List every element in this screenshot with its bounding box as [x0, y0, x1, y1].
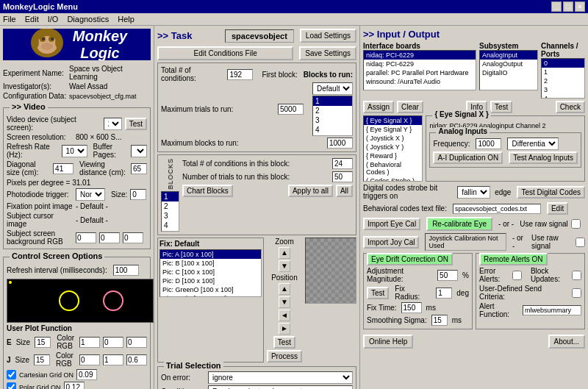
- sig-codes-strobe[interactable]: ( Codes Strobe ): [364, 176, 422, 182]
- block-detail-3[interactable]: 3: [162, 211, 179, 221]
- ch-0[interactable]: 0: [542, 59, 584, 68]
- block-detail-5[interactable]: 5: [162, 230, 179, 232]
- edit-conditions-btn[interactable]: Edit Conditions File: [157, 46, 293, 60]
- menu-help[interactable]: Help: [118, 15, 135, 24]
- sig-behavioral[interactable]: ( Behavioral Codes ): [364, 160, 422, 176]
- pos-right-btn[interactable]: ►: [279, 323, 290, 335]
- board-1[interactable]: nidaq: PCI-6229: [364, 60, 476, 68]
- sub-3[interactable]: [480, 77, 537, 79]
- subsystem-list[interactable]: AnalogInput AnalogOutput DigitalIO: [479, 50, 538, 90]
- total-this-block-input[interactable]: 24: [332, 158, 353, 169]
- menu-edit[interactable]: Edit: [25, 15, 39, 24]
- ch-3[interactable]: 3: [542, 85, 584, 94]
- import-joy-btn[interactable]: Import Joy Cal: [363, 236, 419, 249]
- save-settings-btn[interactable]: Save Settings: [299, 46, 356, 60]
- on-error-select[interactable]: ignore: [208, 371, 353, 384]
- all-btn[interactable]: All: [336, 185, 353, 197]
- cartesian-checkbox[interactable]: [7, 370, 16, 379]
- test-digital-btn[interactable]: Test Digital Codes: [517, 186, 585, 199]
- ch-2[interactable]: 2: [542, 76, 584, 85]
- apply-to-all-btn[interactable]: Apply to all: [288, 185, 333, 197]
- pic-c[interactable]: Pic: C [100 x 100]: [160, 268, 261, 276]
- pos-up-btn[interactable]: ▲: [279, 283, 290, 295]
- test-boards-btn[interactable]: Test: [490, 101, 512, 113]
- buffer-select[interactable]: 2: [131, 145, 147, 157]
- trials-this-block-input[interactable]: 50: [332, 171, 353, 182]
- video-device-select[interactable]: 2: [104, 118, 122, 130]
- use-raw2-checkbox[interactable]: [576, 238, 585, 247]
- diff-select[interactable]: Differential: [507, 138, 559, 150]
- pos-left-btn[interactable]: ◄: [279, 310, 290, 321]
- max-blocks-input[interactable]: 1000: [327, 138, 353, 149]
- diagonal-input[interactable]: 41: [53, 163, 74, 174]
- check-btn[interactable]: Check: [556, 101, 585, 113]
- block-detail-2[interactable]: 2: [162, 201, 179, 211]
- pic-redx[interactable]: Pic: RedX [100 x 100]: [160, 294, 261, 297]
- load-settings-btn[interactable]: Load Settings: [300, 29, 356, 43]
- color-e-b-input[interactable]: 0: [126, 337, 147, 348]
- adj-mag-input[interactable]: 50: [437, 270, 458, 281]
- online-help-btn[interactable]: Online Help: [363, 335, 413, 349]
- process-btn[interactable]: Process: [267, 350, 302, 363]
- chart-blocks-btn[interactable]: Chart Blocks: [182, 185, 233, 197]
- first-block-select[interactable]: Default ▼: [312, 82, 353, 95]
- ch-4[interactable]: 4: [542, 94, 584, 99]
- channels-list[interactable]: 0 1 2 3 4 5 6 7: [541, 58, 585, 99]
- block-detail-4[interactable]: 4: [162, 221, 179, 230]
- polar-val-input[interactable]: 0.12: [64, 382, 85, 389]
- fix-radius-input[interactable]: 1: [436, 288, 452, 299]
- use-raw1-checkbox[interactable]: [571, 219, 581, 229]
- sub-0[interactable]: AnalogInput: [480, 51, 537, 60]
- cart-val-input[interactable]: 0.09: [76, 369, 97, 380]
- clear-btn[interactable]: Clear: [397, 101, 423, 113]
- photodiode-select[interactable]: None: [76, 188, 105, 201]
- blocks-detail-list[interactable]: 1 2 3 4 5: [161, 191, 179, 232]
- pic-d[interactable]: Pic: D [100 x 100]: [160, 276, 261, 285]
- block-detail-1[interactable]: 1: [162, 192, 179, 201]
- pic-a[interactable]: Pic: A [100 x 100]: [160, 250, 261, 259]
- error-alerts-checkbox[interactable]: [512, 271, 522, 280]
- block-item-5[interactable]: 5: [313, 135, 352, 136]
- color-e-g-input[interactable]: 0: [103, 337, 123, 348]
- smoothing-input[interactable]: 15: [431, 315, 448, 326]
- menu-diagnostics[interactable]: Diagnostics: [67, 15, 109, 24]
- bg-r-input[interactable]: 0: [76, 232, 96, 243]
- sig-eye-y[interactable]: { Eye Signal Y }: [364, 125, 422, 134]
- pic-greeno[interactable]: Pic: GreenO [100 x 100]: [160, 285, 261, 294]
- recalibrate-btn[interactable]: Re-calibrate Eye: [426, 217, 492, 231]
- menu-io[interactable]: I/O: [48, 15, 59, 24]
- color-j-g-input[interactable]: 1: [103, 354, 123, 365]
- blocks-run-list[interactable]: 1 2 3 4 5 6 7: [312, 96, 353, 136]
- size-input[interactable]: 0: [130, 189, 146, 200]
- zoom-up-btn[interactable]: ▲: [279, 247, 290, 259]
- sub-2[interactable]: DigitalIO: [480, 68, 537, 77]
- size-j-input[interactable]: 15: [34, 354, 50, 365]
- color-e-r-input[interactable]: 1: [79, 337, 100, 348]
- preview-test-btn[interactable]: Test: [273, 336, 295, 349]
- sig-reward[interactable]: { Reward }: [364, 151, 422, 160]
- test-eye-btn[interactable]: Test: [367, 287, 389, 299]
- remote-alerts-btn[interactable]: Remote Alerts ON: [479, 253, 548, 265]
- block-updates-checkbox[interactable]: [572, 271, 581, 280]
- sig-joy-x[interactable]: ( Joystick X ): [364, 134, 422, 143]
- ai-dup-btn[interactable]: A-I Duplication ON: [433, 151, 503, 164]
- behavioral-file-input[interactable]: spacevsobject_codes.txt: [453, 204, 541, 214]
- edit-behavioral-btn[interactable]: Edit: [547, 202, 568, 215]
- test-analog-btn[interactable]: Test Analog Inputs: [509, 151, 578, 164]
- bg-g-input[interactable]: 0: [99, 232, 120, 243]
- close-btn[interactable]: ×: [575, 1, 585, 12]
- ch-1[interactable]: 1: [542, 68, 584, 76]
- sig-joy-y[interactable]: ( Joystick Y ): [364, 143, 422, 151]
- sig-eye-x[interactable]: { Eye Signal X }: [364, 116, 422, 125]
- size-e-input[interactable]: 15: [35, 337, 51, 348]
- board-3[interactable]: winsound: /AuraTel Audio: [364, 77, 476, 86]
- pos-down-btn[interactable]: ▼: [279, 296, 290, 308]
- alert-fn-input[interactable]: mlwebsummary: [523, 305, 581, 315]
- eye-drift-btn[interactable]: Eye Drift Correction ON: [367, 253, 453, 265]
- video-test-btn[interactable]: Test: [125, 118, 147, 130]
- menu-file[interactable]: File: [3, 15, 16, 24]
- block-item-4[interactable]: 4: [313, 125, 352, 135]
- falling-select[interactable]: falling: [457, 186, 490, 199]
- color-j-r-input[interactable]: 0: [79, 354, 100, 365]
- board-2[interactable]: parallel: PC Parallel Port Hardware: [364, 68, 476, 77]
